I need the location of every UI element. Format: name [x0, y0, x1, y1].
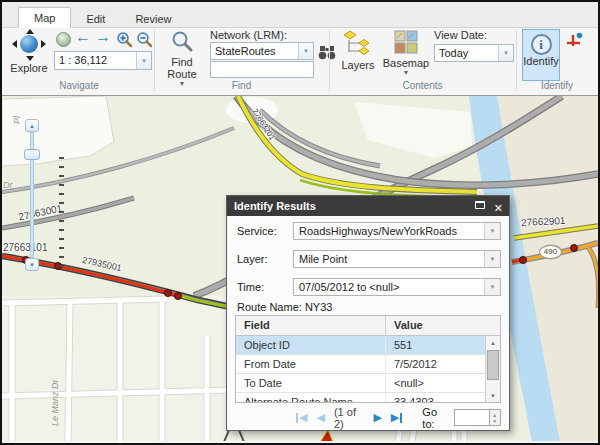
time-label: Time: — [237, 281, 264, 293]
cell-field: Alternate Route Name — [236, 393, 386, 402]
basemap-label: Basemap — [383, 57, 429, 69]
view-date-label: View Date: — [434, 29, 487, 41]
cell-value: 7/5/2012 — [386, 355, 500, 373]
page-indicator: (1 of 2) — [334, 406, 364, 430]
service-label: Service: — [237, 225, 277, 237]
view-date-combobox[interactable]: Today — [434, 44, 514, 62]
pagination-bar: (1 of 2) Go to: — [235, 407, 501, 428]
time-combobox[interactable]: 07/05/2012 to <null> — [293, 278, 501, 296]
close-icon[interactable] — [494, 198, 503, 218]
chevron-down-icon[interactable] — [298, 43, 313, 59]
zoom-slider-down-button[interactable] — [25, 258, 39, 271]
route-crosshair-icon — [565, 32, 583, 48]
goto-spinner[interactable] — [490, 409, 501, 426]
route-input[interactable] — [210, 61, 314, 78]
identify-icon — [531, 34, 552, 55]
chevron-down-icon[interactable] — [498, 45, 513, 61]
route-shield-label: 490 — [539, 245, 562, 259]
next-extent-button[interactable] — [95, 27, 111, 47]
layer-label: Layer: — [237, 253, 268, 265]
scale-value: 1 : 36,112 — [55, 52, 136, 69]
zoom-out-button[interactable] — [136, 31, 153, 48]
chevron-down-icon[interactable] — [136, 52, 151, 69]
column-header-field[interactable]: Field — [236, 316, 386, 335]
ribbon: Explore 1 : 36,1 — [2, 28, 598, 95]
network-lrm-combobox[interactable]: StateRoutes — [210, 42, 314, 60]
network-lrm-label: Network (LRM): — [210, 29, 287, 41]
sphere-icon — [20, 35, 38, 53]
last-page-button[interactable] — [391, 412, 403, 423]
explore-icon — [12, 30, 46, 60]
cell-field: From Date — [236, 355, 386, 373]
identify-route-locations-button[interactable] — [565, 32, 583, 52]
layer-combobox[interactable]: Mile Point — [293, 250, 501, 268]
network-lrm-value: StateRoutes — [211, 43, 298, 59]
layers-button[interactable]: Layers — [338, 30, 378, 71]
service-row: Service: RoadsHighways/NewYorkRoads — [227, 222, 509, 240]
arrow-down-icon — [26, 56, 34, 61]
group-identify: Identify Identify — [516, 28, 598, 95]
chevron-down-icon — [403, 69, 410, 76]
scroll-up-icon[interactable] — [486, 336, 500, 349]
table-scrollbar[interactable] — [485, 336, 500, 402]
find-route-button[interactable]: Find Route — [160, 30, 204, 87]
layer-row: Layer: Mile Point — [227, 250, 509, 268]
street-name-label: Pl — [12, 116, 22, 124]
find-route-label: Find Route — [165, 56, 199, 80]
table-row[interactable]: Object ID 551 — [236, 336, 500, 355]
arrow-up-icon — [26, 29, 34, 34]
table-row[interactable]: From Date 7/5/2012 — [236, 355, 500, 374]
ribbon-tab-bar: Map Edit Review — [2, 2, 598, 28]
group-label-find: Find — [154, 80, 329, 91]
identify-results-dialog: Identify Results Service: RoadsHighways/… — [226, 195, 510, 431]
cell-field: Object ID — [236, 336, 386, 354]
zoom-in-button[interactable] — [116, 31, 133, 48]
street-name-label: Dr — [3, 180, 13, 190]
service-combobox[interactable]: RoadsHighways/NewYorkRoads — [293, 222, 501, 240]
tab-edit[interactable]: Edit — [71, 9, 120, 28]
scrollbar-thumb[interactable] — [487, 350, 499, 380]
zoom-slider — [23, 119, 43, 271]
group-contents: Layers Basemap View Date: Today Contents — [329, 28, 516, 95]
zoom-in-icon — [116, 31, 133, 48]
group-label-contents: Contents — [329, 80, 516, 91]
basemap-button[interactable]: Basemap — [382, 30, 430, 76]
column-header-value[interactable]: Value — [386, 316, 500, 335]
full-extent-button[interactable] — [56, 32, 71, 47]
table-row[interactable]: Alternate Route Name 33 4303 — [236, 393, 500, 402]
cell-value: <null> — [386, 374, 500, 392]
goto-input[interactable] — [454, 409, 490, 426]
dialog-title: Identify Results — [234, 200, 316, 212]
chevron-down-icon[interactable] — [484, 251, 500, 267]
table-body: Object ID 551 From Date 7/5/2012 To Date… — [236, 336, 500, 402]
cell-value: 33 4303 — [386, 393, 500, 402]
group-find: Find Route Network (LRM): StateRoutes Fi… — [154, 28, 329, 95]
group-label-navigate: Navigate — [4, 80, 154, 91]
arrow-left-icon — [12, 40, 17, 48]
identify-button[interactable]: Identify — [522, 29, 560, 81]
previous-page-button[interactable] — [316, 412, 324, 423]
table-header: Field Value — [236, 316, 500, 336]
explore-button[interactable]: Explore — [6, 30, 52, 74]
street-name-label: Le Manz Dr — [50, 379, 60, 426]
next-page-button[interactable] — [373, 412, 381, 423]
zoom-slider-up-button[interactable] — [25, 119, 39, 132]
route-name-line: Route Name: NY33 — [237, 301, 332, 313]
maximize-button[interactable] — [475, 201, 485, 209]
service-value: RoadsHighways/NewYorkRoads — [294, 223, 484, 239]
scroll-down-icon[interactable] — [486, 389, 500, 402]
tab-review[interactable]: Review — [120, 9, 186, 28]
tab-map[interactable]: Map — [18, 7, 71, 28]
dialog-title-bar[interactable]: Identify Results — [227, 196, 509, 216]
magnifier-icon — [170, 30, 194, 54]
first-page-button[interactable] — [295, 412, 307, 423]
group-label-identify: Identify — [516, 80, 598, 91]
previous-extent-button[interactable] — [75, 27, 91, 47]
scale-combobox[interactable]: 1 : 36,112 — [54, 51, 152, 70]
zoom-out-icon — [136, 31, 153, 48]
chevron-down-icon[interactable] — [484, 279, 500, 295]
table-row[interactable]: To Date <null> — [236, 374, 500, 393]
chevron-down-icon[interactable] — [484, 223, 500, 239]
zoom-slider-handle[interactable] — [24, 149, 40, 160]
map-view: 27663001 27663101 27935001 27662901 2766… — [2, 95, 598, 441]
